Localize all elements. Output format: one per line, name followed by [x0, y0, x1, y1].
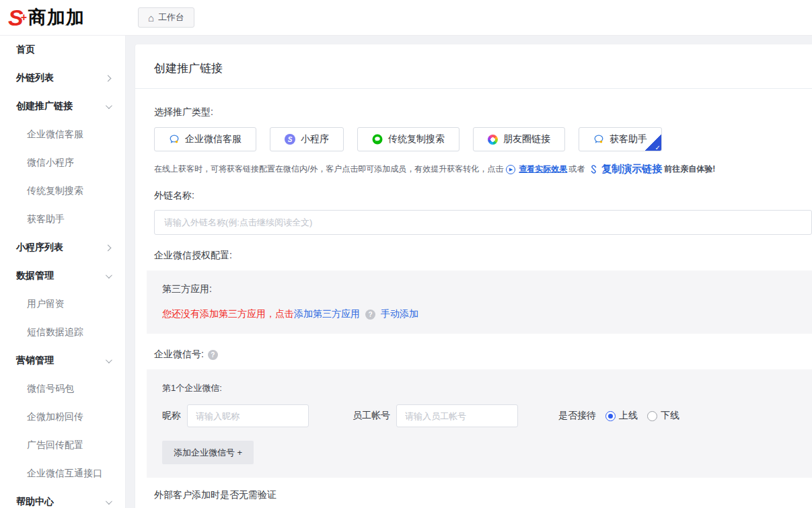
play-icon[interactable]: ▶ — [506, 165, 515, 174]
add-third-party-link[interactable]: 添加第三方应用 — [294, 308, 360, 320]
chevron-right-icon — [105, 244, 112, 251]
promo-option-copy-search[interactable]: 传统复制搜索 — [357, 127, 459, 151]
staff-account-input[interactable] — [396, 404, 518, 427]
third-party-warning: 您还没有添加第三方应用，点击 — [162, 308, 294, 320]
nickname-label: 昵称 — [162, 410, 181, 422]
promo-option-wecom-service[interactable]: 企业微信客服 — [154, 127, 256, 151]
sidebar-item-data-management[interactable]: 数据管理 — [0, 262, 125, 290]
wecom-chat-icon — [169, 134, 180, 145]
link-name-input[interactable] — [154, 210, 812, 235]
sidebar-item-customer-assistant[interactable]: 获客助手 — [0, 205, 125, 233]
sidebar-item-home[interactable]: 首页 — [0, 36, 125, 64]
sidebar: 首页 外链列表 创建推广链接 企业微信客服 微信小程序 传统复制搜索 获客助手 … — [0, 36, 126, 508]
tab-workbench-label: 工作台 — [158, 11, 184, 24]
reception-label: 是否接待 — [558, 410, 596, 422]
sidebar-item-create-promo-link[interactable]: 创建推广链接 — [0, 92, 125, 120]
chevron-down-icon — [106, 272, 112, 279]
manual-add-link[interactable]: 手动添加 — [381, 308, 418, 320]
chain-link-icon — [589, 164, 599, 174]
wechat-icon — [372, 134, 383, 145]
brand-logo-s: S — [8, 6, 22, 29]
brand-logo-plus: + — [21, 11, 27, 24]
miniprogram-icon: S — [285, 134, 295, 145]
chevron-down-icon — [106, 102, 112, 109]
page-title: 创建推广链接 — [154, 61, 793, 76]
sidebar-item-wecom-service[interactable]: 企业微信客服 — [0, 120, 125, 149]
sidebar-item-fan-callback[interactable]: 企微加粉回传 — [0, 403, 125, 431]
sidebar-item-ad-callback-config[interactable]: 广告回传配置 — [0, 431, 125, 460]
help-icon[interactable]: ? — [208, 350, 218, 360]
tip-text: 在线上获客时，可将获客链接配置在微信内/外，客户点击即可添加成员，有效提升获客转… — [154, 164, 503, 175]
view-effect-link[interactable]: 查看实际效果 — [519, 164, 567, 175]
tip-text: 前往亲自体验! — [664, 164, 715, 175]
wecom-group-title: 第1个企业微信: — [162, 382, 812, 394]
sidebar-item-wechat-number-pack[interactable]: 微信号码包 — [0, 375, 125, 403]
home-icon: ⌂ — [148, 13, 154, 23]
promo-option-label: 企业微信客服 — [185, 133, 242, 145]
brand-logo: S+ 商加加 — [0, 5, 126, 30]
link-name-label: 外链名称: — [154, 190, 812, 202]
content-area: 创建推广链接 选择推广类型: 企业微信客服 S 小程序 传统复制搜索 — [126, 36, 812, 508]
tab-workbench[interactable]: ⌂ 工作台 — [138, 7, 194, 28]
promo-option-label: 小程序 — [301, 133, 329, 145]
chevron-right-icon — [105, 75, 112, 81]
auth-config-label: 企业微信授权配置: — [154, 250, 812, 262]
promo-type-label: 选择推广类型: — [154, 106, 812, 118]
promo-option-moments-link[interactable]: 朋友圈链接 — [473, 127, 565, 151]
nickname-input[interactable] — [187, 404, 309, 427]
check-icon: ✓ — [655, 144, 661, 151]
main-card: 创建推广链接 选择推广类型: 企业微信客服 S 小程序 传统复制搜索 — [135, 44, 812, 508]
tip-text: 或者 — [568, 164, 585, 175]
add-wecom-account-button[interactable]: 添加企业微信号 + — [162, 441, 254, 464]
radio-offline[interactable]: 下线 — [647, 410, 679, 422]
promo-tip: 在线上获客时，可将获客链接配置在微信内/外，客户点击即可添加成员，有效提升获客转… — [154, 163, 812, 176]
topbar: S+ 商加加 ⌂ 工作台 — [0, 0, 812, 36]
sidebar-item-link-list[interactable]: 外链列表 — [0, 64, 125, 92]
promo-option-customer-assistant[interactable]: 获客助手 ✓ — [579, 127, 662, 151]
radio-checked-icon — [605, 411, 616, 421]
moments-icon — [488, 135, 498, 145]
sidebar-item-wechat-miniprogram[interactable]: 微信小程序 — [0, 149, 125, 177]
promo-option-label: 朋友圈链接 — [503, 133, 550, 145]
radio-unchecked-icon — [647, 411, 657, 421]
sidebar-item-marketing[interactable]: 营销管理 — [0, 347, 125, 375]
brand-logo-name: 商加加 — [28, 5, 85, 30]
sidebar-item-help-center[interactable]: 帮助中心 — [0, 488, 125, 508]
promo-option-miniprogram[interactable]: S 小程序 — [270, 127, 344, 151]
sidebar-item-sms-tracking[interactable]: 短信数据追踪 — [0, 318, 125, 347]
card-header: 创建推广链接 — [135, 44, 812, 89]
sidebar-item-wecom-interop[interactable]: 企业微信互通接口 — [0, 460, 125, 488]
wecom-chat-icon — [593, 134, 604, 145]
chevron-down-icon — [106, 498, 112, 505]
promo-option-label: 获客助手 — [610, 133, 647, 145]
promo-option-label: 传统复制搜索 — [388, 133, 445, 145]
sidebar-item-miniprogram-list[interactable]: 小程序列表 — [0, 233, 125, 262]
wecom-account-label: 企业微信号: — [154, 349, 204, 361]
third-party-label: 第三方应用: — [162, 283, 812, 295]
sidebar-item-user-leads[interactable]: 用户留资 — [0, 290, 125, 318]
chevron-down-icon — [106, 357, 112, 363]
promo-type-options: 企业微信客服 S 小程序 传统复制搜索 朋友圈链接 — [154, 127, 812, 151]
help-icon[interactable]: ? — [365, 310, 375, 320]
verify-question-label: 外部客户添加时是否无需验证 — [154, 489, 812, 501]
staff-account-label: 员工帐号 — [353, 410, 390, 422]
radio-online[interactable]: 上线 — [605, 410, 638, 422]
wecom-account-box: 第1个企业微信: 昵称 员工帐号 是否接待 上线 — [147, 369, 812, 478]
copy-demo-link[interactable]: 复制演示链接 — [601, 163, 662, 176]
sidebar-item-copy-search[interactable]: 传统复制搜索 — [0, 177, 125, 205]
third-party-box: 第三方应用: 您还没有添加第三方应用，点击 添加第三方应用 ? 手动添加 — [147, 270, 812, 334]
